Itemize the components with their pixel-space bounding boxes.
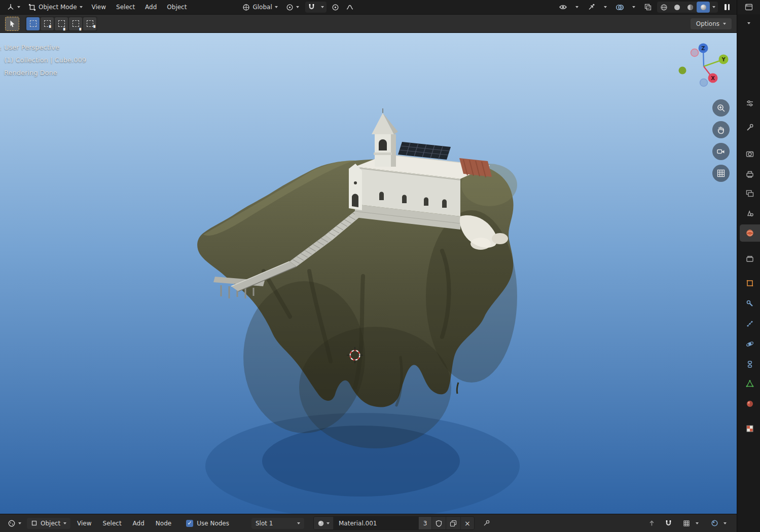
shading-wireframe-button[interactable]: [657, 2, 670, 13]
axis-neg-x-ball[interactable]: [691, 49, 699, 57]
tab-object-data[interactable]: [740, 375, 760, 392]
use-nodes-checkbox[interactable]: ✓ Use Nodes: [186, 520, 229, 527]
select-box-subtract-button[interactable]: ▖: [55, 17, 68, 30]
tab-material[interactable]: [740, 395, 760, 412]
chevron-down-icon: [17, 6, 20, 8]
zoom-button[interactable]: [712, 99, 730, 117]
chevron-down-icon: [632, 6, 635, 8]
editor-type-dropdown[interactable]: [3, 2, 24, 13]
perspective-label: User Perspective: [4, 41, 86, 54]
shading-mode-group: [657, 2, 718, 13]
snap-settings-dropdown[interactable]: [318, 2, 327, 13]
select-box-intersect-button[interactable]: ▝: [83, 17, 96, 30]
properties-editor-type-button[interactable]: [737, 0, 760, 14]
menu-add-shader[interactable]: Add: [128, 518, 149, 528]
tab-properties-search[interactable]: [740, 95, 760, 112]
viewport-header: Object Mode View Select Add Object Globa…: [0, 0, 737, 14]
tab-particles[interactable]: [740, 315, 760, 332]
sliders-icon: [745, 99, 754, 108]
snap-grid-button[interactable]: [680, 518, 693, 529]
region-options-arrow[interactable]: [747, 19, 750, 26]
transform-orientation-dropdown[interactable]: Global: [239, 2, 281, 13]
shading-dropdown[interactable]: [710, 2, 718, 13]
shading-rendered-button[interactable]: [697, 2, 710, 13]
select-box-set-button[interactable]: [26, 17, 40, 30]
tab-view-layer[interactable]: [740, 185, 760, 202]
toggle-perspective-button[interactable]: [712, 165, 730, 182]
shading-solid-button[interactable]: [670, 2, 683, 13]
chevron-down-icon: [747, 22, 750, 24]
navigation-gizmo[interactable]: Z Y X: [677, 42, 733, 93]
sidebar-toggle-arrow[interactable]: ‹: [0, 44, 2, 53]
material-name-field[interactable]: Material.001: [334, 517, 419, 529]
snap-toggle-button[interactable]: [305, 2, 318, 13]
menu-view[interactable]: View: [87, 2, 111, 12]
slot-label: Slot 1: [256, 520, 273, 527]
material-slot-dropdown[interactable]: Slot 1: [251, 518, 304, 529]
select-box-invert-button[interactable]: ▗: [69, 17, 82, 30]
gizmo-arrow-icon: [587, 3, 595, 11]
editor-type-dropdown-shader[interactable]: [4, 518, 25, 529]
axis-x-label: X: [711, 75, 715, 81]
active-tool-tweak-button[interactable]: [5, 17, 19, 31]
overlays-icon: [616, 4, 624, 11]
tab-render[interactable]: [740, 145, 760, 163]
node-snap-toggle-button[interactable]: [662, 518, 675, 529]
fake-user-button[interactable]: [432, 517, 446, 529]
menu-select-shader[interactable]: Select: [98, 518, 126, 528]
options-dropdown[interactable]: Options: [691, 18, 732, 29]
solid-sphere-icon: [673, 4, 681, 11]
tab-texture[interactable]: [740, 420, 760, 437]
mode-dropdown[interactable]: Object Mode: [25, 2, 86, 13]
tab-collection[interactable]: [740, 250, 760, 268]
pivot-point-dropdown[interactable]: [282, 2, 303, 13]
axis-neg-z-ball[interactable]: [700, 79, 708, 87]
select-box-extend-button[interactable]: ▘: [41, 17, 54, 30]
falloff-curve-icon: [346, 4, 354, 11]
tab-object[interactable]: [740, 275, 760, 292]
shader-overlays-dropdown[interactable]: [721, 518, 729, 529]
pin-icon: [483, 519, 490, 527]
pin-id-button[interactable]: [483, 519, 490, 527]
tab-modifiers[interactable]: [740, 295, 760, 312]
new-material-button[interactable]: [446, 517, 461, 529]
menu-object[interactable]: Object: [162, 2, 191, 12]
material-users-button[interactable]: 3: [419, 517, 432, 529]
shading-material-button[interactable]: [683, 2, 697, 13]
tab-output[interactable]: [740, 166, 760, 183]
xray-toggle-button[interactable]: [641, 2, 655, 13]
pause-render-button[interactable]: [720, 2, 734, 13]
axis-neg-y-ball[interactable]: [679, 67, 686, 74]
menu-node-shader[interactable]: Node: [151, 518, 176, 528]
object-visibility-button[interactable]: [556, 2, 569, 13]
object-visibility-dropdown[interactable]: [570, 2, 584, 13]
viewport-canvas[interactable]: [0, 33, 737, 514]
render-camera-icon: [745, 149, 754, 159]
pan-button[interactable]: [712, 121, 730, 138]
overlays-toggle-button[interactable]: [613, 2, 626, 13]
shader-type-dropdown[interactable]: Object: [27, 518, 70, 529]
chevron-down-icon: [296, 6, 299, 8]
snap-grid-dropdown[interactable]: [693, 518, 701, 529]
unlink-material-button[interactable]: ×: [461, 517, 474, 529]
gizmos-dropdown[interactable]: [599, 2, 612, 13]
header-right-controls: [556, 2, 734, 13]
go-to-parent-node-tree-button[interactable]: [645, 518, 658, 529]
overlays-dropdown[interactable]: [627, 2, 640, 13]
shader-overlays-button[interactable]: [708, 518, 721, 529]
magnet-icon: [665, 519, 672, 527]
tab-tool[interactable]: [740, 119, 760, 136]
menu-add[interactable]: Add: [140, 2, 161, 12]
proportional-falloff-dropdown[interactable]: [343, 2, 356, 13]
proportional-editing-button[interactable]: [329, 2, 342, 13]
gizmos-toggle-button[interactable]: [585, 2, 598, 13]
tab-physics[interactable]: [740, 335, 760, 353]
menu-select[interactable]: Select: [112, 2, 139, 12]
menu-view-shader[interactable]: View: [73, 518, 96, 528]
camera-view-button[interactable]: [712, 143, 730, 160]
3d-viewport: User Perspective (1) Collection | Cube.0…: [0, 33, 737, 514]
tab-scene[interactable]: [740, 205, 760, 222]
tab-world[interactable]: [740, 224, 760, 242]
browse-material-dropdown[interactable]: [314, 517, 334, 529]
tab-constraints[interactable]: [740, 356, 760, 373]
